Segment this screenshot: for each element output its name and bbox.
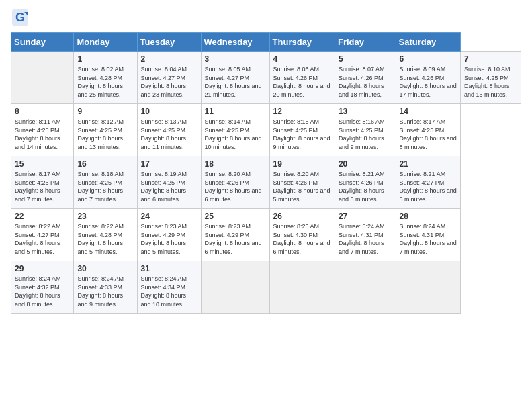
calendar-cell: 27Sunrise: 8:24 AMSunset: 4:31 PMDayligh… (335, 209, 396, 261)
calendar-cell: 16Sunrise: 8:18 AMSunset: 4:25 PMDayligh… (74, 156, 137, 209)
day-info: Sunrise: 8:23 AMSunset: 4:29 PMDaylight:… (205, 222, 266, 256)
day-info: Sunrise: 8:05 AMSunset: 4:27 PMDaylight:… (205, 65, 266, 99)
day-number: 26 (273, 212, 331, 221)
day-info: Sunrise: 8:24 AMSunset: 4:33 PMDaylight:… (77, 275, 133, 308)
calendar-cell: 9Sunrise: 8:12 AMSunset: 4:25 PMDaylight… (74, 104, 137, 156)
day-info: Sunrise: 8:18 AMSunset: 4:25 PMDaylight:… (77, 170, 133, 203)
calendar-header-row: SundayMondayTuesdayWednesdayThursdayFrid… (11, 33, 521, 52)
calendar-cell: 6Sunrise: 8:09 AMSunset: 4:26 PMDaylight… (396, 52, 460, 104)
day-info: Sunrise: 8:16 AMSunset: 4:25 PMDaylight:… (339, 118, 392, 151)
day-number: 11 (205, 107, 266, 116)
logo: G (11, 8, 32, 27)
calendar-cell: 30Sunrise: 8:24 AMSunset: 4:33 PMDayligh… (74, 261, 137, 314)
day-info: Sunrise: 8:24 AMSunset: 4:34 PMDaylight:… (141, 275, 197, 308)
calendar-cell (396, 261, 460, 314)
calendar-cell: 24Sunrise: 8:23 AMSunset: 4:29 PMDayligh… (137, 209, 201, 261)
day-number: 12 (273, 107, 331, 116)
day-number: 7 (464, 54, 517, 64)
day-info: Sunrise: 8:23 AMSunset: 4:29 PMDaylight:… (141, 222, 197, 256)
svg-text:G: G (15, 11, 25, 24)
calendar-cell: 19Sunrise: 8:20 AMSunset: 4:26 PMDayligh… (269, 156, 335, 209)
day-number: 3 (205, 54, 266, 64)
day-header-monday: Monday (74, 33, 137, 52)
day-number: 27 (339, 212, 392, 221)
day-info: Sunrise: 8:24 AMSunset: 4:31 PMDaylight:… (339, 222, 392, 256)
day-number: 10 (141, 107, 197, 116)
day-number: 1 (77, 54, 133, 64)
day-number: 23 (77, 212, 133, 221)
week-row-0: 1Sunrise: 8:02 AMSunset: 4:28 PMDaylight… (11, 52, 521, 104)
day-info: Sunrise: 8:02 AMSunset: 4:28 PMDaylight:… (77, 65, 133, 99)
week-row-4: 29Sunrise: 8:24 AMSunset: 4:32 PMDayligh… (11, 261, 521, 314)
day-number: 25 (205, 212, 266, 221)
day-info: Sunrise: 8:20 AMSunset: 4:26 PMDaylight:… (205, 170, 266, 203)
calendar-cell: 21Sunrise: 8:21 AMSunset: 4:27 PMDayligh… (396, 156, 460, 209)
day-info: Sunrise: 8:10 AMSunset: 4:25 PMDaylight:… (464, 65, 517, 99)
day-info: Sunrise: 8:23 AMSunset: 4:30 PMDaylight:… (273, 222, 331, 256)
calendar-cell: 3Sunrise: 8:05 AMSunset: 4:27 PMDaylight… (201, 52, 269, 104)
day-info: Sunrise: 8:21 AMSunset: 4:26 PMDaylight:… (339, 170, 392, 203)
day-number: 8 (15, 107, 70, 116)
calendar-cell: 26Sunrise: 8:23 AMSunset: 4:30 PMDayligh… (269, 209, 335, 261)
day-number: 17 (141, 159, 197, 169)
day-header-saturday: Saturday (396, 33, 460, 52)
day-number: 16 (77, 159, 133, 169)
day-number: 14 (400, 107, 457, 116)
calendar-cell (201, 261, 269, 314)
day-number: 5 (339, 54, 392, 64)
calendar-cell: 10Sunrise: 8:13 AMSunset: 4:25 PMDayligh… (137, 104, 201, 156)
calendar-cell: 20Sunrise: 8:21 AMSunset: 4:26 PMDayligh… (335, 156, 396, 209)
day-number: 31 (141, 264, 197, 273)
day-number: 24 (141, 212, 197, 221)
calendar-cell: 7Sunrise: 8:10 AMSunset: 4:25 PMDaylight… (460, 52, 521, 104)
day-header-tuesday: Tuesday (137, 33, 201, 52)
week-row-3: 22Sunrise: 8:22 AMSunset: 4:27 PMDayligh… (11, 209, 521, 261)
day-header-thursday: Thursday (269, 33, 335, 52)
calendar-cell: 8Sunrise: 8:11 AMSunset: 4:25 PMDaylight… (11, 104, 74, 156)
calendar-cell: 17Sunrise: 8:19 AMSunset: 4:25 PMDayligh… (137, 156, 201, 209)
day-info: Sunrise: 8:13 AMSunset: 4:25 PMDaylight:… (141, 118, 197, 151)
calendar-cell: 25Sunrise: 8:23 AMSunset: 4:29 PMDayligh… (201, 209, 269, 261)
calendar-cell: 13Sunrise: 8:16 AMSunset: 4:25 PMDayligh… (335, 104, 396, 156)
week-row-1: 8Sunrise: 8:11 AMSunset: 4:25 PMDaylight… (11, 104, 521, 156)
day-info: Sunrise: 8:22 AMSunset: 4:27 PMDaylight:… (15, 222, 70, 256)
day-info: Sunrise: 8:15 AMSunset: 4:25 PMDaylight:… (273, 118, 331, 151)
day-info: Sunrise: 8:19 AMSunset: 4:25 PMDaylight:… (141, 170, 197, 203)
calendar-cell: 15Sunrise: 8:17 AMSunset: 4:25 PMDayligh… (11, 156, 74, 209)
day-info: Sunrise: 8:17 AMSunset: 4:25 PMDaylight:… (400, 118, 457, 151)
calendar-cell: 4Sunrise: 8:06 AMSunset: 4:26 PMDaylight… (269, 52, 335, 104)
day-info: Sunrise: 8:06 AMSunset: 4:26 PMDaylight:… (273, 65, 331, 99)
day-info: Sunrise: 8:11 AMSunset: 4:25 PMDaylight:… (15, 118, 70, 151)
day-info: Sunrise: 8:04 AMSunset: 4:27 PMDaylight:… (141, 65, 197, 99)
calendar-cell (269, 261, 335, 314)
day-number: 4 (273, 54, 331, 64)
day-number: 2 (141, 54, 197, 64)
day-number: 28 (400, 212, 457, 221)
calendar-cell: 18Sunrise: 8:20 AMSunset: 4:26 PMDayligh… (201, 156, 269, 209)
calendar-cell: 2Sunrise: 8:04 AMSunset: 4:27 PMDaylight… (137, 52, 201, 104)
calendar-table: SundayMondayTuesdayWednesdayThursdayFrid… (11, 32, 521, 314)
calendar-cell: 5Sunrise: 8:07 AMSunset: 4:26 PMDaylight… (335, 52, 396, 104)
day-info: Sunrise: 8:20 AMSunset: 4:26 PMDaylight:… (273, 170, 331, 203)
day-info: Sunrise: 8:17 AMSunset: 4:25 PMDaylight:… (15, 170, 70, 203)
calendar-cell: 31Sunrise: 8:24 AMSunset: 4:34 PMDayligh… (137, 261, 201, 314)
day-number: 15 (15, 159, 70, 169)
day-number: 13 (339, 107, 392, 116)
calendar-cell: 29Sunrise: 8:24 AMSunset: 4:32 PMDayligh… (11, 261, 74, 314)
day-info: Sunrise: 8:24 AMSunset: 4:31 PMDaylight:… (400, 222, 457, 256)
logo-icon: G (11, 8, 30, 27)
calendar-cell: 1Sunrise: 8:02 AMSunset: 4:28 PMDaylight… (74, 52, 137, 104)
day-number: 21 (400, 159, 457, 169)
day-info: Sunrise: 8:07 AMSunset: 4:26 PMDaylight:… (339, 65, 392, 99)
day-info: Sunrise: 8:14 AMSunset: 4:25 PMDaylight:… (205, 118, 266, 151)
day-header-sunday: Sunday (11, 33, 74, 52)
calendar-cell: 22Sunrise: 8:22 AMSunset: 4:27 PMDayligh… (11, 209, 74, 261)
day-header-wednesday: Wednesday (201, 33, 269, 52)
day-header-friday: Friday (335, 33, 396, 52)
calendar-cell (335, 261, 396, 314)
day-info: Sunrise: 8:22 AMSunset: 4:28 PMDaylight:… (77, 222, 133, 256)
day-number: 29 (15, 264, 70, 273)
calendar-cell: 28Sunrise: 8:24 AMSunset: 4:31 PMDayligh… (396, 209, 460, 261)
day-info: Sunrise: 8:21 AMSunset: 4:27 PMDaylight:… (400, 170, 457, 203)
day-info: Sunrise: 8:09 AMSunset: 4:26 PMDaylight:… (400, 65, 457, 99)
